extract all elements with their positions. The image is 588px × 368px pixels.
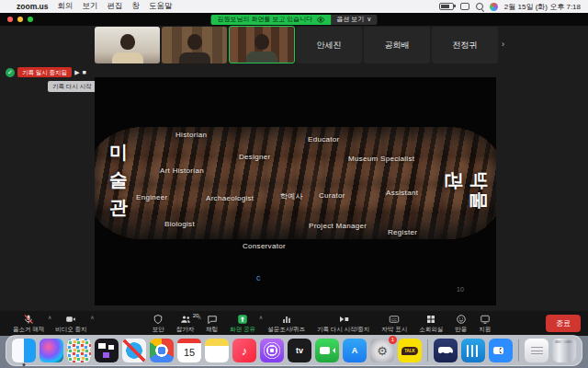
dock-finder-icon[interactable] bbox=[12, 339, 36, 362]
participant-silhouette-body bbox=[246, 52, 277, 63]
menu-item[interactable]: 회의 bbox=[57, 1, 73, 12]
recording-tooltip: 기록 다시 시작 bbox=[48, 81, 96, 92]
slide-word: Assistant bbox=[386, 189, 418, 197]
minimize-window-button[interactable] bbox=[17, 17, 23, 22]
toolbar-item-share[interactable]: ∧화면 공유 bbox=[224, 312, 261, 336]
toolbar-item-record[interactable]: 기록 다시 시작/중지 bbox=[311, 312, 375, 336]
close-window-button[interactable] bbox=[7, 17, 13, 22]
dock-launchpad-icon[interactable] bbox=[67, 339, 91, 362]
dock-mission-control-icon[interactable] bbox=[95, 339, 119, 362]
resume-recording-button[interactable]: ▶ bbox=[74, 67, 79, 77]
shield-icon bbox=[153, 314, 164, 325]
toolbar-item-label: 기록 다시 시작/중지 bbox=[317, 326, 369, 334]
dock-siri-icon[interactable] bbox=[40, 339, 63, 362]
participant-name-tile[interactable]: 공희배 bbox=[364, 27, 430, 63]
toolbar-item-poll[interactable]: 설문조사/퀴즈 bbox=[262, 312, 311, 336]
cc-icon: CC bbox=[389, 314, 400, 325]
participant-name-tile[interactable]: 전정귀 bbox=[432, 27, 498, 63]
menu-item[interactable]: 도움말 bbox=[149, 1, 173, 12]
stop-recording-button[interactable]: ■ bbox=[83, 67, 86, 77]
next-participants-chevron-icon[interactable]: › bbox=[502, 40, 504, 49]
support-icon bbox=[480, 314, 491, 325]
menu-items: 회의보기편집창도움말 bbox=[57, 1, 172, 12]
dock-notes-icon[interactable] bbox=[205, 339, 229, 362]
toolbar-item-chat[interactable]: 채팅 bbox=[200, 312, 223, 336]
dock-trash-icon[interactable] bbox=[552, 339, 576, 362]
dock-downloads-icon[interactable] bbox=[525, 339, 548, 362]
slide-vertical-title-right: 박물관 bbox=[442, 171, 492, 228]
dock-divider bbox=[427, 339, 428, 362]
shared-screen-slide: 미술관 박물관 c 10 HistorianDesignerEducatorAr… bbox=[95, 77, 496, 305]
dock-glyph: tv bbox=[296, 346, 303, 355]
participant-silhouette bbox=[254, 34, 269, 50]
dock-glyph: A bbox=[352, 346, 358, 355]
dock-settings-icon[interactable]: ⚙1 bbox=[370, 339, 394, 362]
dock: 15♪tvA⚙1TALK bbox=[6, 335, 582, 366]
toolbar-item-shield[interactable]: 보안 bbox=[147, 312, 170, 336]
dock-podcasts-icon[interactable] bbox=[260, 339, 284, 362]
app-menu-title[interactable]: zoom.us bbox=[17, 2, 48, 11]
screen-share-text: 김원보님의 화면을 보고 있습니다 bbox=[218, 15, 313, 24]
chat-icon bbox=[207, 314, 218, 325]
toolbar-center-group: 보안20∧참가자채팅∧화면 공유설문조사/퀴즈기록 다시 시작/중지CC자막 표… bbox=[118, 312, 526, 336]
participant-name-tile[interactable]: 안세진 bbox=[296, 27, 362, 63]
spotlight-icon[interactable] bbox=[476, 3, 483, 10]
fullscreen-window-button[interactable] bbox=[28, 17, 33, 22]
meeting-toolbar: ∧음소거 해제∧비디오 중지 보안20∧참가자채팅∧화면 공유설문조사/퀴즈기록… bbox=[0, 311, 588, 336]
participant-silhouette bbox=[120, 34, 135, 50]
dock-facetime-icon[interactable] bbox=[315, 339, 339, 362]
toolbar-item-reaction[interactable]: 반응 bbox=[449, 312, 472, 336]
chevron-up-icon[interactable]: ∧ bbox=[90, 314, 94, 320]
dock-music-icon[interactable]: ♪ bbox=[232, 339, 256, 362]
dock-kakaotalk-icon[interactable]: TALK bbox=[398, 339, 422, 362]
toolbar-item-label: 보안 bbox=[153, 326, 164, 334]
siri-icon[interactable] bbox=[490, 3, 498, 11]
dock-app-store-icon[interactable]: A bbox=[343, 339, 367, 362]
toolbar-item-label: 화면 공유 bbox=[230, 326, 255, 334]
breakout-icon bbox=[425, 314, 436, 325]
participant-strip: 안세진공희배전정귀 › bbox=[0, 26, 588, 64]
participant-video-1[interactable] bbox=[95, 27, 160, 63]
slide-word: Project Manager bbox=[309, 222, 367, 230]
dock-zoom-icon[interactable] bbox=[489, 339, 513, 362]
battery-icon[interactable] bbox=[439, 3, 454, 10]
participant-video-3-active-speaker[interactable] bbox=[229, 26, 295, 63]
toolbar-item-video[interactable]: ∧비디오 중지 bbox=[50, 312, 92, 336]
window-controls bbox=[7, 17, 33, 22]
dock-safari-icon[interactable] bbox=[122, 339, 146, 362]
dock-car-app-icon[interactable] bbox=[434, 339, 458, 362]
toolbar-item-cc[interactable]: CC자막 표시 bbox=[376, 312, 413, 336]
toolbar-item-label: 음소거 해제 bbox=[13, 326, 44, 334]
slide-word: Biologist bbox=[164, 220, 195, 228]
toolbar-item-support[interactable]: 지원 bbox=[473, 312, 496, 336]
toolbar-item-label: 지원 bbox=[479, 326, 491, 334]
toolbar-item-label: 자막 표시 bbox=[381, 326, 407, 334]
dock-apple-tv-icon[interactable]: tv bbox=[288, 339, 311, 362]
menu-bar: zoom.us 회의보기편집창도움말 2월 15일 (화) 오후 7:18 bbox=[0, 0, 588, 13]
menu-item[interactable]: 창 bbox=[131, 1, 140, 12]
slide-cursor-char: c bbox=[256, 273, 261, 282]
record-icon bbox=[338, 314, 349, 325]
control-center-icon[interactable] bbox=[460, 3, 469, 10]
participant-silhouette-body bbox=[179, 52, 210, 63]
menu-item[interactable]: 편집 bbox=[107, 1, 122, 12]
rope-image bbox=[95, 127, 496, 239]
screen-share-banner: 김원보님의 화면을 보고 있습니다 옵션 보기 ∨ bbox=[211, 15, 378, 25]
end-meeting-button[interactable]: 종료 bbox=[546, 315, 581, 332]
participant-video-2[interactable] bbox=[162, 27, 227, 63]
view-options-button[interactable]: 옵션 보기 ∨ bbox=[331, 15, 377, 25]
dock-calendar-icon[interactable]: 15 bbox=[177, 339, 201, 362]
dock-transit-app-icon[interactable] bbox=[461, 339, 485, 362]
dock-chrome-icon[interactable] bbox=[150, 339, 174, 362]
toolbar-left-group: ∧음소거 해제∧비디오 중지 bbox=[7, 312, 118, 336]
dock-glyph: 15 bbox=[184, 347, 195, 358]
encryption-shield-icon[interactable]: ✓ bbox=[6, 68, 15, 77]
toolbar-item-breakout[interactable]: 소회의실 bbox=[413, 312, 448, 336]
mic-off-icon bbox=[23, 314, 34, 325]
toolbar-item-participants[interactable]: 20∧참가자 bbox=[171, 312, 200, 336]
slide-vertical-title-left: 미술관 bbox=[107, 138, 130, 221]
toolbar-item-mic-off[interactable]: ∧음소거 해제 bbox=[7, 312, 50, 336]
menu-bar-clock[interactable]: 2월 15일 (화) 오후 7:18 bbox=[504, 2, 581, 12]
recording-status-badge: 기록 일시 중지됨 bbox=[17, 67, 72, 77]
menu-item[interactable]: 보기 bbox=[82, 1, 97, 12]
